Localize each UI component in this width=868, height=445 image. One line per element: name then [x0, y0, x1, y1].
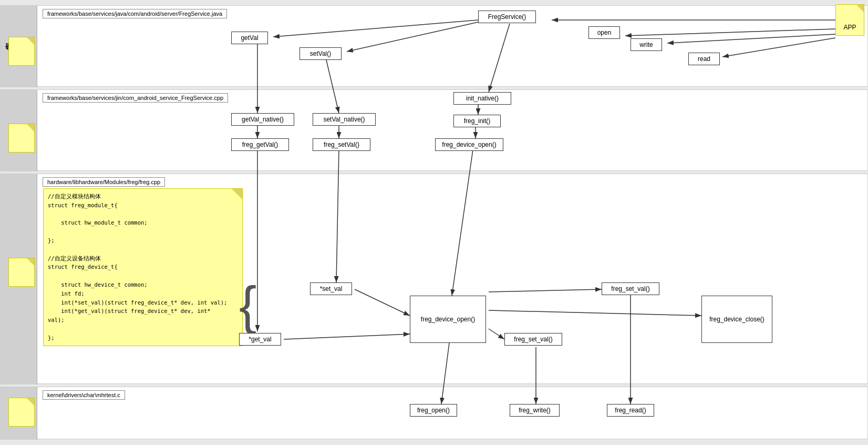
node-open: open [588, 26, 620, 39]
sticky-icon-hardware [8, 37, 35, 66]
file-label-freg-service: frameworks/base/services/java/com/androi… [43, 9, 227, 18]
node-fregservice: FregService() [478, 11, 536, 23]
node-freg-device-open-hal: freg_device_open() [410, 296, 486, 343]
node-freg-set-val-hal: freg_set_val() [602, 282, 659, 295]
sticky-code-hal: //自定义模块结构体 struct freg_module_t{ struct … [43, 188, 243, 346]
app-sticky-top: APP [835, 4, 864, 36]
node-freg-set-val-hal2: freg_set_val() [504, 333, 562, 346]
node-freg-init: freg_init() [453, 115, 501, 127]
file-label-jni: frameworks/base/services/jin/com_android… [43, 93, 228, 103]
node-freg-device-close: freg_device_close() [701, 296, 772, 343]
node-freg-read: freg_read() [607, 404, 654, 417]
file-label-kernel: kernel\drivers\char\mhrtest.c [43, 390, 125, 400]
swimlane-content-jni: frameworks/base/services/jin/com_android… [37, 90, 867, 170]
node-getval-native: getVal_native() [231, 113, 294, 126]
diagram-container: 硬件服务 frameworks/base/services/java/com/a… [0, 0, 868, 445]
sticky-icon-kernel [8, 398, 35, 427]
sticky-icon-hal [8, 258, 35, 287]
node-freg-write: freg_write() [510, 404, 560, 417]
node-getval: getVal [231, 32, 268, 44]
node-write: write [631, 38, 662, 51]
node-freg-setval: freg_setVal() [313, 138, 370, 151]
node-freg-device-open-jni: freg_device_open() [435, 138, 503, 151]
node-set-val: *set_val [310, 282, 352, 295]
sticky-icon-jni [8, 124, 35, 153]
node-setval: setVal() [299, 47, 342, 60]
node-freg-getval: freg_getVal() [231, 138, 289, 151]
swimlane-content-hardware: frameworks/base/services/java/com/androi… [37, 6, 867, 86]
brace-hal: { [239, 279, 256, 331]
swimlane-jni: JNI frameworks/base/services/jin/com_and… [0, 89, 868, 171]
node-get-val: *get_val [239, 333, 281, 346]
app-label-top: APP [836, 24, 864, 31]
node-read: read [688, 53, 720, 65]
swimlane-hardware-service: 硬件服务 frameworks/base/services/java/com/a… [0, 5, 868, 87]
file-label-hal: hardware/libhardware/Modules/freg/freg.c… [43, 177, 165, 187]
node-init-native: init_native() [453, 92, 511, 105]
node-setval-native: setVal_native() [313, 113, 376, 126]
node-freg-open: freg_open() [410, 404, 457, 417]
